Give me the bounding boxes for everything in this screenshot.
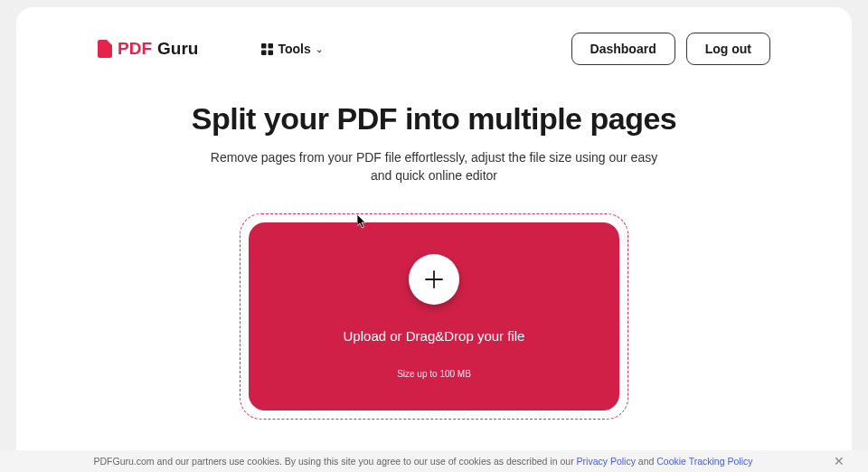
grid-icon [261,43,273,55]
page-subtitle: Remove pages from your PDF file effortle… [208,149,660,184]
upload-dropzone[interactable]: Upload or Drag&Drop your file Size up to… [249,222,619,411]
close-icon: ✕ [834,454,844,468]
privacy-link[interactable]: Privacy Policy [577,456,636,467]
dropzone-hint: Size up to 100 MB [397,369,471,379]
svg-rect-0 [261,43,267,49]
page-title: Split your PDF into multiple pages [98,101,770,137]
logo[interactable]: PDF Guru [98,39,198,59]
plus-icon [424,269,444,289]
cookie-banner: PDFGuru.com and our partners use cookies… [0,450,868,472]
svg-rect-2 [261,50,267,55]
main: Split your PDF into multiple pages Remov… [16,65,852,467]
header: PDF Guru Tools ⌄ Dashboard Log out [16,7,852,65]
dashboard-button[interactable]: Dashboard [571,33,675,65]
tools-label: Tools [278,42,310,56]
logout-button[interactable]: Log out [686,33,770,65]
tools-menu[interactable]: Tools ⌄ [261,42,322,56]
tracking-link[interactable]: Cookie Tracking Policy [656,456,752,467]
file-icon [98,40,112,58]
cookie-close-button[interactable]: ✕ [828,454,850,468]
logo-pdf: PDF [118,39,152,59]
chevron-down-icon: ⌄ [316,44,323,54]
logo-guru: Guru [157,39,198,59]
dropzone-label: Upload or Drag&Drop your file [344,328,525,344]
dropzone-border: Upload or Drag&Drop your file Size up to… [240,213,628,420]
upload-button[interactable] [409,254,459,305]
svg-rect-1 [269,43,274,49]
cookie-text: PDFGuru.com and our partners use cookies… [18,456,828,467]
svg-rect-3 [269,50,274,55]
